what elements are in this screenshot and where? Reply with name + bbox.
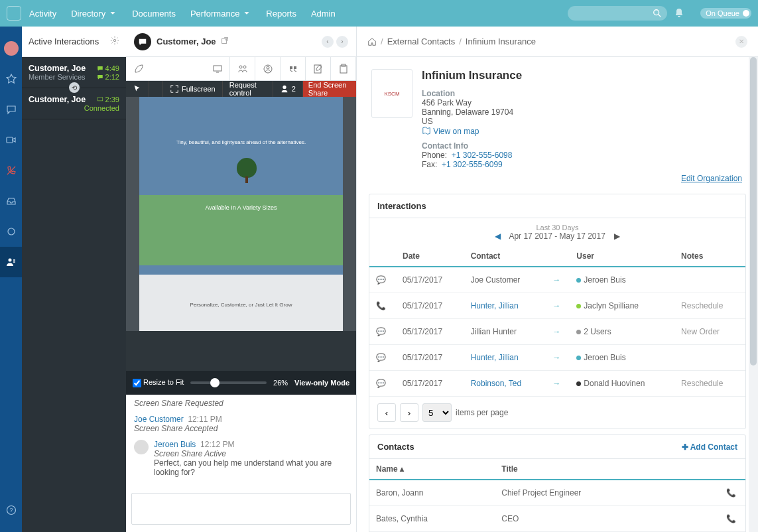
request-control-button[interactable]: Request control [223,81,273,97]
nav-admin[interactable]: Admin [311,9,336,19]
rail-apps[interactable] [0,216,22,247]
svg-point-0 [654,10,659,15]
notes-button[interactable] [306,57,331,80]
svg-rect-9 [97,98,103,101]
active-interactions-header: Active Interactions [22,27,126,57]
org-logo: KSCM [371,69,412,118]
phone-off-icon [6,165,17,176]
svg-point-15 [267,66,269,69]
svg-rect-11 [214,66,221,71]
rail-video[interactable] [0,125,22,155]
breadcrumb-org[interactable]: Infinium Insurance [466,36,536,46]
next-range-button[interactable]: ▶ [614,232,620,241]
draw-button[interactable] [149,81,163,97]
resize-to-fit-checkbox[interactable]: Resize to Fit [133,378,184,387]
chat-icon: 💬 [376,379,386,388]
contact-info-label: Contact Info [422,141,522,151]
end-screenshare-button[interactable]: End Screen Share [303,81,356,97]
screen-icon [97,96,103,103]
agent-icon [6,257,17,267]
popout-button[interactable] [220,36,229,47]
screenshare-footer: Resize to Fit 26% View-only Mode [126,371,356,395]
interaction-queue: Member Services [29,73,86,81]
global-search-input[interactable] [568,6,667,21]
view-on-map-link[interactable]: View on map [422,126,522,136]
edit-organization-link[interactable]: Edit Organization [681,174,742,183]
profile-button[interactable] [255,57,281,80]
prev-button[interactable]: ‹ [322,36,334,48]
breadcrumb-external-contacts[interactable]: External Contacts [387,36,456,46]
rail-inbox[interactable] [0,186,22,216]
date-range-label: Last 30 Days [375,224,740,232]
nav-reports[interactable]: Reports [266,9,296,19]
monitor-icon [212,64,223,74]
chat-bubble-icon [138,37,147,46]
transfer-button[interactable] [230,57,255,80]
scripts-button[interactable] [126,57,151,80]
next-button[interactable]: › [336,36,348,48]
interactions-table: DateContactUserNotes 💬05/17/2017Joe Cust… [369,246,745,397]
home-icon[interactable] [367,37,377,46]
fax-link[interactable]: +1 302-555-6099 [442,160,503,169]
participant-count[interactable]: 2 [273,81,303,97]
chevron-down-icon [108,9,117,18]
arrow-right-icon: → [552,379,560,388]
table-row[interactable]: Bates, CynthiaCEO📞 [369,506,745,532]
transfer-icon [237,64,248,74]
svg-point-4 [8,228,15,235]
fullscreen-button[interactable]: Fullscreen [163,81,223,97]
on-queue-toggle[interactable]: On Queue [700,8,751,19]
user-avatar[interactable] [0,33,22,64]
phone-icon[interactable]: 📞 [726,488,736,498]
rail-help[interactable]: ? [0,495,22,525]
app-logo-icon[interactable] [7,6,21,21]
nav-performance[interactable]: Performance [190,9,251,19]
close-button[interactable]: ✕ [735,36,747,48]
agent-avatar [134,440,149,454]
shared-screen-content: Tiny, beautiful, and lightyears ahead of… [126,97,356,331]
rail-phone[interactable] [0,155,22,186]
schedule-button[interactable] [331,57,356,80]
table-row[interactable]: 📞05/17/2017Hunter, Jillian→Jaclyn Spilli… [369,293,745,319]
interactions-panel: Interactions Last 30 Days ◀ Apr 17 2017 … [369,194,746,429]
svg-text:?: ? [9,507,13,513]
prev-range-button[interactable]: ◀ [495,232,501,241]
arrow-right-icon: → [552,275,560,285]
chat-icon: 💬 [376,275,386,285]
user-icon [280,84,289,94]
notifications-icon[interactable] [674,8,684,19]
table-row[interactable]: 💬05/17/2017Joe Customer→Jeroen Buis [369,267,745,293]
canned-button[interactable] [281,57,306,80]
add-contact-button[interactable]: ✚ Add Contact [682,442,737,452]
page-size-select[interactable]: 5 [422,403,452,422]
contact-detail-panel: / External Contacts / Infinium Insurance… [357,27,758,532]
side-rail: ? [0,27,22,532]
next-page-button[interactable]: › [400,403,418,422]
phone-link[interactable]: +1 302-555-6098 [452,151,513,160]
interaction-item[interactable]: Customer, Joe4:49 Member Services2:12 ⟲ [22,57,126,88]
chat-icon: 💬 [376,327,386,336]
org-header: KSCM Infinium Insurance Location 456 Par… [357,57,758,173]
table-row[interactable]: 💬05/17/2017Robinson, Ted→Donald Huovinen… [369,371,745,397]
nav-documents[interactable]: Documents [132,9,176,19]
rail-chat[interactable] [0,94,22,125]
phone-icon[interactable]: 📞 [726,514,736,523]
nav-activity[interactable]: Activity [29,9,56,19]
interactions-settings-button[interactable] [110,36,119,47]
table-row[interactable]: 💬05/17/2017Jillian Hunter→2 UsersNew Ord… [369,319,745,345]
pointer-button[interactable] [126,81,149,97]
table-row[interactable]: 💬05/17/2017Hunter, Jillian→Jeroen Buis [369,345,745,371]
org-name: Infinium Insurance [422,69,522,82]
nav-directory[interactable]: Directory [71,9,117,19]
screen-button[interactable] [205,57,230,80]
rail-interactions[interactable] [0,247,22,277]
contacts-table: Name ▴Title Baron, JoannChief Project En… [369,459,745,532]
chat-message-input[interactable] [131,493,351,525]
table-row[interactable]: Baron, JoannChief Project Engineer📞 [369,480,745,506]
zoom-slider[interactable] [190,381,267,384]
customer-name: Customer, Joe [157,36,216,46]
chat-icon [6,104,17,115]
prev-page-button[interactable]: ‹ [377,403,396,422]
scrollbar[interactable] [749,57,758,532]
rail-favorites[interactable] [0,64,22,94]
